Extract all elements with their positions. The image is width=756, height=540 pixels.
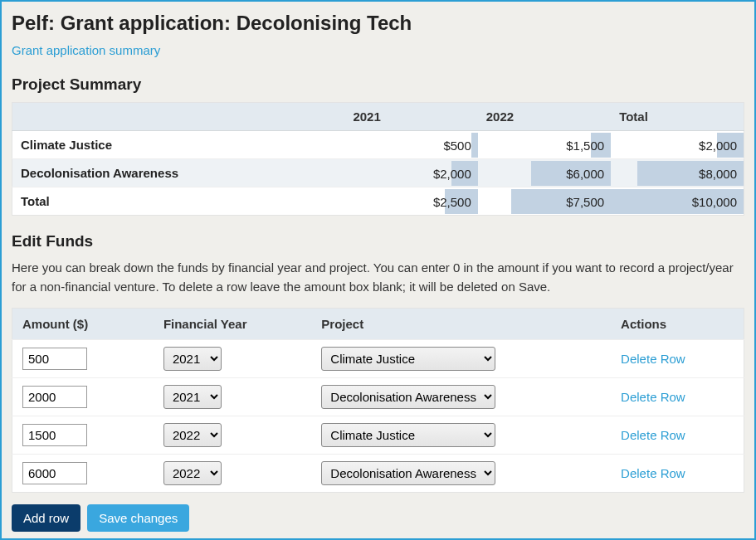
col-actions: Actions bbox=[611, 309, 744, 340]
col-project: Project bbox=[311, 309, 611, 340]
summary-cell: $2,000 bbox=[611, 131, 744, 159]
summary-col-2021: 2021 bbox=[344, 103, 477, 131]
summary-row: Decolonisation Awareness$2,000$6,000$8,0… bbox=[12, 159, 744, 187]
project-summary-heading: Project Summary bbox=[12, 75, 744, 94]
summary-cell-value: $2,500 bbox=[433, 194, 471, 208]
delete-row-link[interactable]: Delete Row bbox=[621, 352, 685, 366]
delete-row-link[interactable]: Delete Row bbox=[621, 466, 685, 480]
grant-summary-link[interactable]: Grant application summary bbox=[12, 43, 160, 57]
summary-cell-value: $6,000 bbox=[566, 166, 604, 180]
summary-row: Climate Justice$500$1,500$2,000 bbox=[12, 131, 744, 159]
project-select[interactable]: Climate Justice bbox=[321, 423, 495, 447]
summary-cell: $2,500 bbox=[344, 187, 477, 216]
summary-cell-value: $8,000 bbox=[699, 166, 737, 180]
amount-input[interactable] bbox=[22, 386, 87, 408]
add-row-button[interactable]: Add row bbox=[12, 504, 80, 532]
summary-cell-value: $500 bbox=[443, 138, 471, 152]
summary-col-total: Total bbox=[611, 103, 744, 131]
summary-blank-header bbox=[12, 103, 345, 131]
summary-col-2022: 2022 bbox=[478, 103, 611, 131]
financial-year-select[interactable]: 2021 bbox=[163, 347, 222, 371]
summary-cell: $500 bbox=[344, 131, 477, 159]
project-summary-table: 2021 2022 Total Climate Justice$500$1,50… bbox=[12, 102, 744, 216]
summary-cell-value: $2,000 bbox=[699, 138, 737, 152]
summary-row-label: Total bbox=[12, 187, 345, 216]
project-select[interactable]: Decolonisation Awareness bbox=[321, 385, 495, 409]
summary-cell: $2,000 bbox=[344, 159, 477, 187]
summary-cell-value: $1,500 bbox=[566, 138, 604, 152]
fund-row: 2021Decolonisation AwarenessDelete Row bbox=[12, 378, 744, 416]
amount-input[interactable] bbox=[22, 348, 87, 370]
financial-year-select[interactable]: 2022 bbox=[163, 461, 222, 485]
edit-funds-table: Amount ($) Financial Year Project Action… bbox=[12, 308, 744, 493]
summary-row-label: Decolonisation Awareness bbox=[12, 159, 345, 187]
fund-row: 2022Decolonisation AwarenessDelete Row bbox=[12, 455, 744, 493]
summary-cell: $6,000 bbox=[478, 159, 611, 187]
financial-year-select[interactable]: 2022 bbox=[163, 423, 222, 447]
summary-cell-value: $2,000 bbox=[433, 166, 471, 180]
delete-row-link[interactable]: Delete Row bbox=[621, 428, 685, 442]
page-title: Pelf: Grant application: Decolonising Te… bbox=[12, 12, 744, 35]
edit-funds-help: Here you can break down the funds by fin… bbox=[12, 259, 734, 296]
col-amount: Amount ($) bbox=[12, 309, 154, 340]
summary-cell: $1,500 bbox=[478, 131, 611, 159]
edit-funds-heading: Edit Funds bbox=[12, 232, 744, 251]
summary-cell-value: $10,000 bbox=[692, 194, 737, 208]
fund-row: 2022Climate JusticeDelete Row bbox=[12, 416, 744, 455]
summary-cell: $10,000 bbox=[611, 187, 744, 216]
summary-cell: $8,000 bbox=[611, 159, 744, 187]
summary-row: Total$2,500$7,500$10,000 bbox=[12, 187, 744, 216]
fund-row: 2021Climate JusticeDelete Row bbox=[12, 340, 744, 378]
delete-row-link[interactable]: Delete Row bbox=[621, 390, 685, 404]
amount-input[interactable] bbox=[22, 462, 87, 484]
col-financial-year: Financial Year bbox=[154, 309, 311, 340]
financial-year-select[interactable]: 2021 bbox=[163, 385, 222, 409]
summary-cell-value: $7,500 bbox=[566, 194, 604, 208]
project-select[interactable]: Decolonisation Awareness bbox=[321, 461, 495, 485]
amount-input[interactable] bbox=[22, 424, 87, 446]
project-select[interactable]: Climate Justice bbox=[321, 347, 495, 371]
save-changes-button[interactable]: Save changes bbox=[87, 504, 189, 532]
summary-cell: $7,500 bbox=[478, 187, 611, 216]
summary-row-label: Climate Justice bbox=[12, 131, 345, 159]
